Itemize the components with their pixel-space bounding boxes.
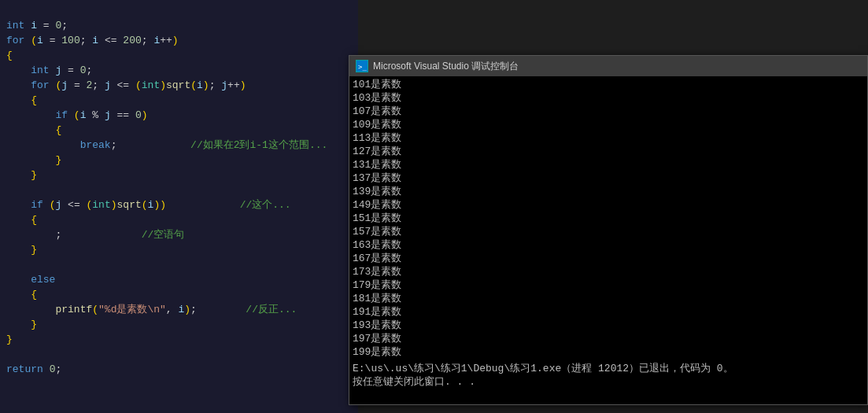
console-output-line: 139是素数 [353, 185, 864, 198]
console-output-line: 157是素数 [353, 225, 864, 238]
console-output-line: 181是素数 [353, 292, 864, 305]
console-output-line: 163是素数 [353, 238, 864, 252]
console-titlebar: >_ Microsoft Visual Studio 调试控制台 [349, 56, 867, 76]
console-output-line: 103是素数 [353, 91, 864, 105]
console-output-line: 107是素数 [353, 105, 864, 118]
console-icon: >_ [356, 60, 368, 72]
console-status-line: E:\us\.us\练习\练习1\Debug\练习1.exe（进程 12012）… [353, 362, 864, 375]
console-output-line: 197是素数 [353, 332, 864, 345]
svg-text:>_: >_ [358, 63, 367, 71]
console-title: Microsoft Visual Studio 调试控制台 [373, 60, 519, 73]
console-output-line: 109是素数 [353, 118, 864, 131]
console-output-line: 149是素数 [353, 198, 864, 212]
console-body: 101是素数103是素数107是素数109是素数113是素数127是素数131是… [349, 76, 867, 404]
console-output-line: 113是素数 [353, 131, 864, 145]
code-editor: int i = 0; for (i = 100; i <= 200; i++) … [0, 0, 358, 413]
console-output-line: 191是素数 [353, 305, 864, 319]
console-output-line: 179是素数 [353, 278, 864, 292]
console-status-line: 按任意键关闭此窗口. . . [353, 375, 864, 389]
console-output-line: 151是素数 [353, 212, 864, 225]
console-output-line: 167是素数 [353, 252, 864, 265]
console-output-line: 173是素数 [353, 265, 864, 278]
console-status: E:\us\.us\练习\练习1\Debug\练习1.exe（进程 12012）… [353, 362, 864, 389]
console-output-line: 193是素数 [353, 319, 864, 332]
console-output-line: 101是素数 [353, 78, 864, 91]
code-content: int i = 0; for (i = 100; i <= 200; i++) … [0, 0, 358, 395]
console-window: >_ Microsoft Visual Studio 调试控制台 101是素数1… [349, 55, 868, 405]
console-output: 101是素数103是素数107是素数109是素数113是素数127是素数131是… [353, 78, 864, 359]
console-output-line: 199是素数 [353, 345, 864, 359]
console-output-line: 137是素数 [353, 171, 864, 185]
console-output-line: 131是素数 [353, 158, 864, 171]
console-output-line: 127是素数 [353, 145, 864, 158]
